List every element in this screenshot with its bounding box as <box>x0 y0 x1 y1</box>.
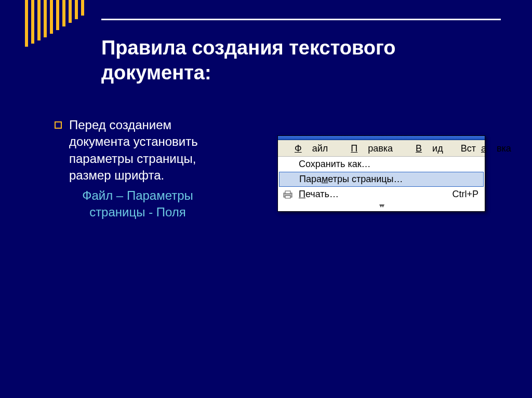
dropdown-menu: Сохранить как… Параметры страницы… Печат… <box>278 157 485 211</box>
menubar-file-rest: айл <box>307 142 334 155</box>
menu-item-save-as-label: Сохранить как… <box>299 159 371 170</box>
menubar-file[interactable]: Файл <box>284 142 338 155</box>
bullet-item: Перед созданием документа установить пар… <box>55 117 221 184</box>
menu-item-save-as[interactable]: Сохранить как… <box>278 157 485 171</box>
slide-header: Правила создания текстового документа: <box>101 19 501 85</box>
title-line-2: документа: <box>101 62 211 84</box>
menu-item-page-setup-label: Параметры страницы… <box>299 174 403 185</box>
menu-item-print-shortcut: Ctrl+P <box>431 189 478 200</box>
expand-chevrons-icon[interactable]: ▾▾ <box>278 201 485 210</box>
mockup-titlebar <box>278 136 485 140</box>
body-content: Перед созданием документа установить пар… <box>55 117 221 221</box>
printer-icon <box>282 190 294 199</box>
menubar-edit[interactable]: Правка <box>340 142 403 155</box>
menu-item-page-setup[interactable]: Параметры страницы… <box>279 172 484 187</box>
menubar-edit-rest: равка <box>363 142 398 155</box>
menubar-view-rest: ид <box>427 142 448 155</box>
sub-text: Файл – Параметры страницы - Поля <box>55 187 221 221</box>
bullet-icon <box>55 121 62 129</box>
menubar-view[interactable]: Вид <box>405 142 454 155</box>
corner-stripes-decoration <box>25 0 84 47</box>
svg-rect-1 <box>285 191 290 194</box>
bullet-text: Перед созданием документа установить пар… <box>69 117 221 184</box>
slide-title: Правила создания текстового документа: <box>101 36 501 85</box>
svg-rect-2 <box>285 196 290 198</box>
word-menu-mockup: Файл Правка Вид Вставка Сохранить как… П… <box>277 135 485 212</box>
menu-item-print[interactable]: Печать… Ctrl+P <box>278 187 485 201</box>
menubar-insert-rest: вка <box>491 142 516 155</box>
menubar: Файл Правка Вид Вставка <box>278 140 485 157</box>
menu-item-print-label: Печать… <box>299 189 339 200</box>
header-rule <box>101 19 501 20</box>
menubar-insert[interactable]: Вставка <box>456 142 522 155</box>
title-line-1: Правила создания текстового <box>101 37 396 59</box>
